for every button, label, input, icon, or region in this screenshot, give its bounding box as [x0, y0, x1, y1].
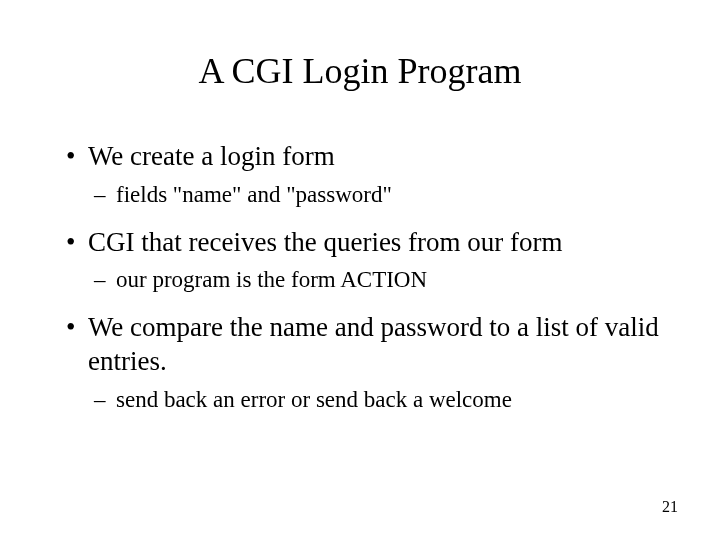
bullet-list: We create a login form fields "name" and… [60, 140, 660, 415]
sub-bullet-item: fields "name" and "password" [60, 180, 660, 210]
sub-bullet-item: send back an error or send back a welcom… [60, 385, 660, 415]
slide-title: A CGI Login Program [60, 50, 660, 92]
sub-bullet-item: our program is the form ACTION [60, 265, 660, 295]
page-number: 21 [662, 498, 678, 516]
bullet-item: We compare the name and password to a li… [60, 311, 660, 379]
bullet-item: CGI that receives the queries from our f… [60, 226, 660, 260]
bullet-item: We create a login form [60, 140, 660, 174]
